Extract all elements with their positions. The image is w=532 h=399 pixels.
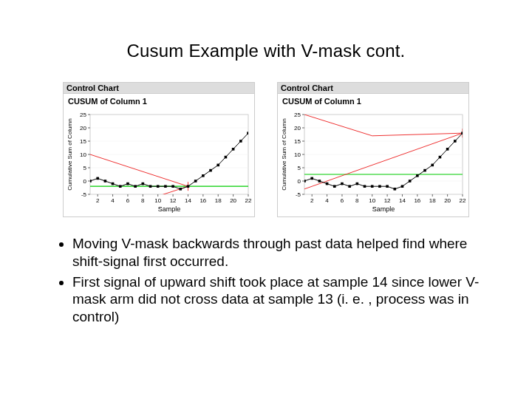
cusum-chart-right: -50510152025246810121416182022SampleCumu…	[279, 110, 467, 214]
plot-right: -50510152025246810121416182022SampleCumu…	[277, 107, 469, 217]
svg-text:10: 10	[369, 197, 375, 204]
svg-rect-51	[119, 185, 122, 188]
svg-rect-132	[409, 180, 412, 183]
svg-rect-63	[209, 169, 212, 172]
slide: Cusum Example with V-mask cont. Control …	[0, 0, 532, 399]
svg-text:25: 25	[80, 112, 86, 118]
svg-rect-134	[423, 169, 426, 172]
svg-text:2: 2	[96, 197, 100, 204]
svg-text:Cumulative Sum of Column: Cumulative Sum of Column	[66, 118, 73, 190]
svg-text:4: 4	[325, 197, 329, 204]
svg-rect-66	[232, 148, 235, 151]
svg-rect-58	[171, 185, 174, 188]
svg-rect-125	[356, 183, 359, 185]
svg-rect-123	[341, 183, 344, 185]
svg-text:15: 15	[294, 138, 301, 145]
cusum-title: CUSUM of Column 1	[277, 94, 469, 107]
svg-text:8: 8	[355, 197, 359, 204]
svg-text:8: 8	[141, 197, 145, 204]
cusum-title: CUSUM of Column 1	[63, 94, 255, 107]
svg-text:Sample: Sample	[158, 205, 181, 213]
svg-text:20: 20	[294, 125, 301, 132]
svg-rect-129	[386, 185, 389, 188]
svg-rect-120	[318, 180, 321, 183]
svg-text:25: 25	[294, 112, 301, 118]
svg-rect-136	[439, 156, 442, 159]
svg-rect-68	[247, 132, 250, 134]
svg-rect-119	[310, 177, 313, 180]
svg-rect-62	[202, 174, 205, 177]
svg-rect-124	[348, 185, 351, 188]
svg-text:-5: -5	[296, 191, 301, 198]
svg-rect-59	[179, 188, 182, 191]
bullet-item: Moving V-mask backwards through past dat…	[72, 235, 480, 270]
svg-rect-54	[142, 183, 145, 185]
svg-text:14: 14	[399, 197, 406, 204]
svg-text:4: 4	[111, 197, 115, 204]
svg-rect-53	[134, 185, 137, 188]
charts-row: Control Chart CUSUM of Column 1 -5051015…	[0, 82, 532, 217]
svg-rect-52	[126, 183, 129, 185]
svg-text:20: 20	[230, 197, 236, 204]
svg-rect-64	[216, 164, 219, 167]
page-title: Cusum Example with V-mask cont.	[0, 0, 532, 61]
bullet-list: Moving V-mask backwards through past dat…	[59, 235, 480, 326]
control-chart-label: Control Chart	[277, 82, 469, 94]
svg-text:0: 0	[83, 178, 87, 185]
svg-rect-138	[454, 140, 457, 143]
svg-text:5: 5	[298, 165, 301, 171]
svg-text:22: 22	[245, 197, 252, 204]
svg-text:5: 5	[83, 165, 87, 171]
svg-text:0: 0	[298, 178, 301, 185]
svg-rect-137	[446, 148, 449, 151]
chart-panel-right: Control Chart CUSUM of Column 1 -5051015…	[277, 82, 469, 217]
svg-text:10: 10	[294, 151, 301, 158]
svg-rect-67	[239, 140, 242, 143]
svg-rect-48	[96, 177, 99, 180]
svg-rect-56	[157, 185, 160, 188]
svg-rect-60	[187, 185, 190, 188]
svg-rect-126	[364, 185, 366, 188]
cusum-chart-left: -50510152025246810121416182022SampleCumu…	[65, 110, 253, 214]
svg-text:12: 12	[170, 197, 177, 204]
svg-text:14: 14	[185, 197, 191, 204]
chart-panel-left: Control Chart CUSUM of Column 1 -5051015…	[63, 82, 255, 217]
svg-text:6: 6	[341, 197, 344, 204]
svg-rect-61	[194, 180, 197, 183]
svg-text:Sample: Sample	[372, 205, 395, 213]
svg-text:20: 20	[444, 197, 451, 204]
svg-rect-133	[416, 174, 419, 177]
svg-text:22: 22	[460, 197, 466, 204]
svg-rect-49	[104, 180, 107, 183]
svg-text:2: 2	[310, 197, 314, 204]
svg-text:10: 10	[154, 197, 161, 204]
svg-text:-5: -5	[81, 191, 87, 198]
svg-rect-139	[461, 132, 464, 134]
plot-left: -50510152025246810121416182022SampleCumu…	[63, 107, 255, 217]
svg-rect-127	[371, 185, 374, 188]
svg-rect-130	[393, 188, 396, 191]
svg-text:16: 16	[200, 197, 206, 204]
svg-text:18: 18	[429, 197, 436, 204]
bullet-item: First signal of upward shift took place …	[72, 273, 480, 326]
svg-text:20: 20	[80, 125, 86, 132]
svg-rect-65	[225, 156, 228, 159]
svg-rect-131	[401, 185, 404, 188]
svg-rect-121	[326, 183, 329, 185]
svg-rect-55	[149, 185, 152, 188]
svg-rect-122	[333, 185, 336, 188]
svg-text:16: 16	[414, 197, 420, 204]
svg-rect-128	[378, 185, 381, 188]
svg-text:10: 10	[80, 151, 86, 158]
svg-text:6: 6	[126, 197, 130, 204]
svg-rect-57	[164, 185, 167, 188]
svg-text:12: 12	[384, 197, 391, 204]
svg-rect-135	[431, 164, 434, 167]
svg-text:18: 18	[215, 197, 222, 204]
control-chart-label: Control Chart	[63, 82, 255, 94]
svg-text:Cumulative Sum of Column: Cumulative Sum of Column	[281, 118, 287, 190]
svg-rect-50	[112, 183, 115, 185]
svg-text:15: 15	[80, 138, 86, 145]
